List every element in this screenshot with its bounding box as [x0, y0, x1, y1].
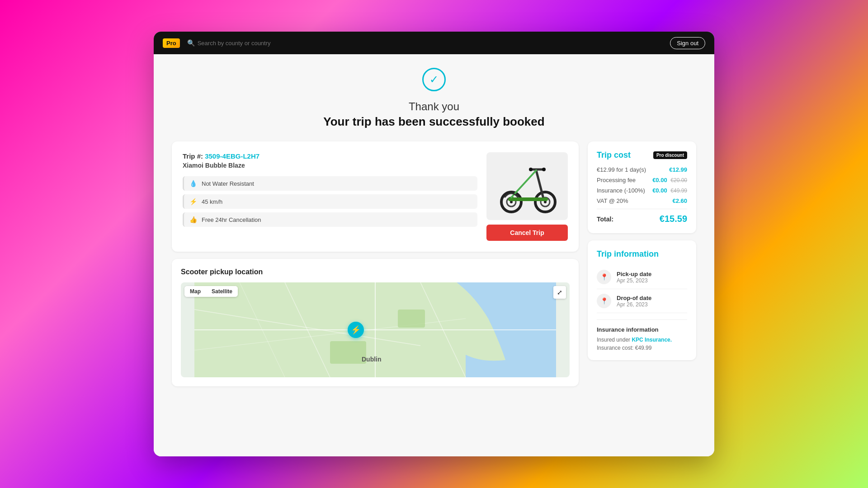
cost-processing-values: €0.00 €20.00: [652, 177, 687, 183]
cost-card: Trip cost Pro discount €12.99 for 1 day(…: [588, 141, 696, 233]
cancel-icon: 👍: [189, 216, 197, 223]
navbar-left: Pro 🔍: [163, 38, 288, 48]
cost-insurance-strikethrough: €49.99: [670, 188, 687, 194]
success-subtitle: Your trip has been successfully booked: [172, 115, 696, 129]
feature-list: 💧 Not Water Resistant ⚡ 45 km/h 👍 Free 2…: [183, 176, 477, 227]
thank-you-text: Thank you: [172, 100, 696, 113]
cost-insurance-label: Insurance (-100%): [597, 187, 645, 194]
water-icon: 💧: [189, 180, 197, 187]
map-background: Dublin: [181, 282, 570, 377]
main-content: ✓ Thank you Your trip has been successfu…: [154, 54, 714, 456]
scooter-image-box: [486, 152, 568, 220]
feature-speed: ⚡ 45 km/h: [183, 194, 477, 209]
pickup-date-icon: 📍: [597, 270, 611, 284]
search-bar[interactable]: 🔍: [187, 39, 288, 47]
trip-number-value: 3509-4EBG-L2H7: [205, 152, 259, 160]
cost-insurance-value: €0.00: [652, 187, 667, 194]
success-header: ✓ Thank you Your trip has been successfu…: [172, 68, 696, 129]
cost-vat-label: VAT @ 20%: [597, 197, 628, 204]
svg-line-11: [511, 170, 536, 197]
pickup-title: Scooter pickup location: [181, 268, 570, 276]
insurance-link[interactable]: KPC Insurance.: [632, 337, 672, 343]
map-expand-button[interactable]: ⤢: [553, 286, 566, 299]
cost-row-vat: VAT @ 20% €2.60: [597, 197, 687, 204]
scooter-image: [495, 157, 559, 216]
svg-rect-10: [542, 168, 546, 171]
navbar: Pro 🔍 Sign out: [154, 32, 714, 54]
cost-divider: [597, 209, 687, 209]
cancel-trip-button[interactable]: Cancel Trip: [486, 225, 568, 241]
speed-icon: ⚡: [189, 198, 197, 205]
cost-row-days: €12.99 for 1 day(s) €12.99: [597, 166, 687, 173]
svg-rect-20: [330, 341, 366, 364]
cost-processing-strikethrough: €20.00: [670, 177, 687, 183]
feature-cancel: 👍 Free 24hr Cancellation: [183, 212, 477, 227]
map-container: Dublin Map Satellite ⤢ ⚡: [181, 282, 570, 377]
pro-badge: Pro: [163, 38, 180, 48]
pickup-date-details: Pick-up date Apr 25, 2023: [617, 271, 651, 284]
svg-text:Dublin: Dublin: [362, 356, 382, 363]
pickup-date-label: Pick-up date: [617, 271, 651, 277]
cost-row-insurance: Insurance (-100%) €0.00 €49.99: [597, 187, 687, 194]
map-button-satellite[interactable]: Satellite: [206, 286, 238, 297]
pickup-date-item: 📍 Pick-up date Apr 25, 2023: [597, 265, 687, 289]
pickup-card: Scooter pickup location: [172, 259, 579, 386]
pickup-date-value: Apr 25, 2023: [617, 277, 651, 284]
cost-header: Trip cost Pro discount: [597, 150, 687, 160]
map-button-map[interactable]: Map: [184, 286, 206, 297]
sign-out-button[interactable]: Sign out: [670, 37, 705, 49]
trip-info-title: Trip information: [597, 249, 687, 259]
app-window: Pro 🔍 Sign out ✓ Thank you Your trip has…: [154, 32, 714, 456]
insurance-cost: Insurance cost: €49.99: [597, 345, 687, 351]
svg-rect-21: [398, 310, 425, 328]
cost-row-processing: Processing fee €0.00 €20.00: [597, 177, 687, 183]
cost-days-value: €12.99: [669, 166, 687, 173]
insurance-cost-value: €49.99: [635, 345, 652, 351]
feature-water-text: Not Water Resistant: [202, 180, 254, 187]
pro-discount-badge: Pro discount: [653, 151, 687, 159]
insurance-section: Insurance information Insured under KPC …: [597, 319, 687, 351]
total-value: €15.59: [660, 214, 687, 224]
cost-insurance-values: €0.00 €49.99: [652, 187, 687, 194]
trip-info: Trip #: 3509-4EBG-L2H7 Xiamoi Bubble Bla…: [183, 152, 477, 241]
booking-area: Trip #: 3509-4EBG-L2H7 Xiamoi Bubble Bla…: [172, 141, 696, 386]
map-pin: ⚡: [348, 322, 364, 338]
dropoff-date-label: Drop-of date: [617, 295, 651, 301]
cost-processing-value: €0.00: [652, 177, 667, 183]
left-panel: Trip #: 3509-4EBG-L2H7 Xiamoi Bubble Bla…: [172, 141, 579, 386]
dropoff-date-details: Drop-of date Apr 26, 2023: [617, 295, 651, 308]
svg-rect-9: [529, 168, 533, 171]
dropoff-date-icon: 📍: [597, 294, 611, 308]
svg-rect-6: [508, 197, 548, 201]
dropoff-date-item: 📍 Drop-of date Apr 26, 2023: [597, 289, 687, 313]
dropoff-date-value: Apr 26, 2023: [617, 301, 651, 308]
feature-water: 💧 Not Water Resistant: [183, 176, 477, 191]
map-controls[interactable]: Map Satellite: [184, 286, 238, 297]
insurance-title: Insurance information: [597, 326, 687, 333]
search-icon: 🔍: [187, 39, 195, 47]
total-row: Total: €15.59: [597, 214, 687, 224]
insurance-text: Insured under KPC Insurance.: [597, 337, 687, 343]
trip-number-label: Trip #: 3509-4EBG-L2H7: [183, 152, 477, 160]
trip-model: Xiamoi Bubble Blaze: [183, 162, 477, 169]
cost-vat-value: €2.60: [672, 197, 687, 204]
total-label: Total:: [597, 216, 613, 223]
cost-processing-label: Processing fee: [597, 177, 636, 183]
feature-speed-text: 45 km/h: [202, 198, 222, 205]
trip-card: Trip #: 3509-4EBG-L2H7 Xiamoi Bubble Bla…: [172, 141, 579, 252]
success-icon: ✓: [422, 68, 446, 91]
trip-info-card: Trip information 📍 Pick-up date Apr 25, …: [588, 240, 696, 360]
cost-days-label: €12.99 for 1 day(s): [597, 166, 646, 173]
scooter-image-area: Cancel Trip: [486, 152, 568, 241]
search-input[interactable]: [198, 40, 288, 47]
feature-cancel-text: Free 24hr Cancellation: [202, 216, 261, 223]
right-panel: Trip cost Pro discount €12.99 for 1 day(…: [588, 141, 696, 386]
cost-title: Trip cost: [597, 150, 631, 160]
